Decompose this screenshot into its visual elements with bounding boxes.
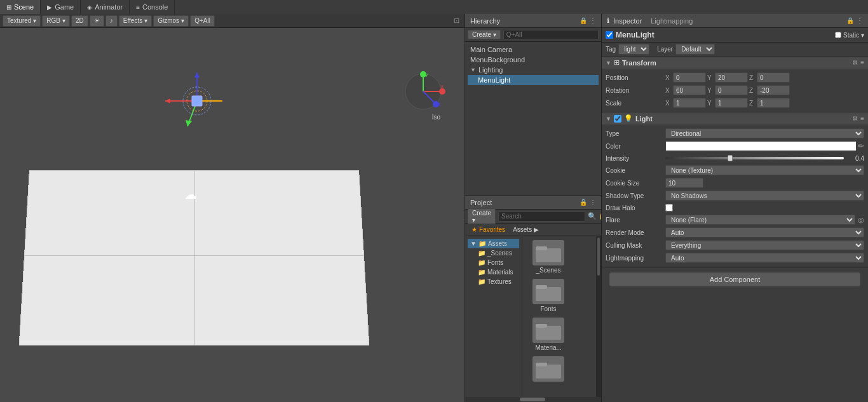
folder-materials[interactable]: Materia... bbox=[526, 318, 571, 351]
hierarchy-lock-btn[interactable]: 🔒 bbox=[580, 17, 587, 24]
color-mode-dropdown[interactable]: RGB ▾ bbox=[42, 15, 70, 27]
culling-mask-dropdown[interactable]: Everything bbox=[665, 240, 864, 250]
render-mode-dropdown[interactable]: Textured ▾ bbox=[3, 15, 41, 27]
light-cookie-row: Cookie None (Texture) bbox=[606, 164, 864, 177]
hier-item-menu-light[interactable]: MenuLight bbox=[468, 75, 599, 85]
inspector-lock-btn[interactable]: 🔒 bbox=[846, 17, 854, 24]
object-active-checkbox[interactable] bbox=[606, 31, 613, 39]
folder-scenes[interactable]: _Scenes bbox=[526, 240, 571, 274]
light-enabled-checkbox[interactable] bbox=[614, 115, 621, 123]
transform-collapse-arrow: ▼ bbox=[606, 60, 611, 66]
render-mode-dropdown[interactable]: Auto bbox=[665, 227, 864, 238]
hierarchy-header-left: Hierarchy bbox=[470, 17, 500, 25]
shadow-type-dropdown[interactable]: No Shadows bbox=[665, 191, 864, 201]
static-dropdown-arrow[interactable]: ▾ bbox=[861, 32, 864, 39]
light-intensity-slider[interactable]: 0.4 bbox=[665, 155, 864, 162]
lightmapping-tab[interactable]: Lightmapping bbox=[651, 17, 693, 25]
project-tree-fonts[interactable]: 📁 Fonts bbox=[468, 258, 519, 267]
scale-y-input[interactable] bbox=[715, 98, 748, 108]
scene-content[interactable]: ☁ bbox=[0, 28, 465, 402]
lightmapping-dropdown[interactable]: Auto bbox=[665, 253, 864, 263]
project-menu-btn[interactable]: ⋮ bbox=[590, 199, 596, 206]
pos-x-input[interactable] bbox=[673, 72, 706, 83]
lighting-expand-arrow: ▼ bbox=[470, 67, 476, 73]
tab-animator[interactable]: ◈ Animator bbox=[81, 0, 130, 14]
rot-y-label: Y bbox=[707, 87, 714, 94]
light-toggle-btn[interactable]: ☀ bbox=[90, 15, 104, 27]
light-cookie-label: Cookie bbox=[606, 167, 663, 174]
project-scrollbar[interactable] bbox=[596, 236, 601, 397]
hierarchy-create-btn[interactable]: Create ▾ bbox=[468, 30, 501, 39]
gizmos-dropdown[interactable]: Gizmos ▾ bbox=[153, 15, 189, 27]
project-tab-assets[interactable]: Assets ▶ bbox=[509, 225, 543, 234]
light-context-btn[interactable]: ≡ bbox=[860, 115, 864, 122]
flare-dropdown[interactable]: None (Flare) bbox=[665, 215, 855, 225]
project-tree-scenes[interactable]: 📁 _Scenes bbox=[468, 248, 519, 258]
hier-item-lighting[interactable]: ▼ Lighting bbox=[468, 65, 599, 75]
folder-fonts[interactable]: Fonts bbox=[526, 279, 571, 312]
rot-z-input[interactable] bbox=[757, 85, 790, 95]
transform-body: Position X Y Z Rotation bbox=[602, 69, 868, 112]
audio-toggle-btn[interactable]: ♪ bbox=[105, 15, 118, 27]
folder-scenes-label: _Scenes bbox=[536, 267, 561, 274]
project-create-btn[interactable]: Create ▾ bbox=[468, 208, 496, 225]
hierarchy-menu-btn[interactable]: ⋮ bbox=[590, 17, 596, 24]
svg-rect-24 bbox=[536, 326, 561, 340]
light-color-swatch[interactable] bbox=[665, 141, 857, 151]
scale-z-input[interactable] bbox=[757, 98, 790, 108]
project-tree-materials[interactable]: 📁 Materials bbox=[468, 267, 519, 277]
add-component-btn[interactable]: Add Component bbox=[609, 272, 860, 286]
scenes-folder-icon: 📁 bbox=[478, 250, 485, 257]
scale-x-label: X bbox=[665, 100, 672, 107]
render-mode-value: Auto bbox=[665, 227, 864, 238]
tab-scene[interactable]: ⊞ Scene bbox=[0, 0, 41, 14]
pos-z-input[interactable] bbox=[757, 72, 790, 83]
view-2d-btn[interactable]: 2D bbox=[71, 15, 88, 27]
tab-console[interactable]: ≡ Console bbox=[130, 0, 175, 14]
hier-item-menu-background[interactable]: MenuBackground bbox=[468, 55, 599, 65]
effects-dropdown[interactable]: Effects ▾ bbox=[119, 15, 152, 27]
color-picker-icon[interactable]: ✏ bbox=[858, 142, 864, 151]
hierarchy-search-input[interactable] bbox=[503, 30, 599, 40]
project-scrollbar-thumb bbox=[597, 238, 600, 276]
light-cookie-dropdown[interactable]: None (Texture) bbox=[665, 165, 864, 175]
svg-rect-21 bbox=[536, 246, 547, 250]
project-h-scrollbar[interactable] bbox=[465, 397, 601, 402]
transform-context-btn[interactable]: ≡ bbox=[860, 59, 864, 66]
hierarchy-title: Hierarchy bbox=[470, 17, 500, 25]
viewport-maximize-btn[interactable]: ⊡ bbox=[454, 17, 462, 25]
rot-y-input[interactable] bbox=[715, 85, 748, 95]
tab-game[interactable]: ▶ Game bbox=[41, 0, 81, 14]
static-checkbox[interactable] bbox=[835, 32, 841, 38]
tag-dropdown[interactable]: light bbox=[618, 44, 649, 55]
flare-value: None (Flare) ◎ bbox=[665, 215, 864, 225]
transform-header[interactable]: ▼ ⊞ Transform ⚙ ≡ bbox=[602, 57, 868, 69]
culling-mask-value: Everything bbox=[665, 240, 864, 250]
light-settings-btn[interactable]: ⚙ bbox=[852, 115, 858, 122]
pos-y-input[interactable] bbox=[715, 72, 748, 83]
rot-x-input[interactable] bbox=[673, 85, 706, 95]
light-header[interactable]: ▼ 💡 Light ⚙ ≡ bbox=[602, 112, 868, 124]
layer-dropdown[interactable]: Default bbox=[675, 44, 715, 55]
flare-row: Flare None (Flare) ◎ bbox=[606, 213, 864, 226]
project-lock-btn[interactable]: 🔒 bbox=[580, 199, 587, 206]
project-tree-assets[interactable]: ▼ 📁 Assets bbox=[468, 239, 519, 248]
svg-marker-5 bbox=[194, 72, 200, 77]
project-search-icon[interactable]: 🔍 bbox=[588, 212, 597, 220]
pos-y-label: Y bbox=[707, 74, 714, 81]
light-type-dropdown[interactable]: Directional bbox=[665, 128, 864, 138]
draw-halo-checkbox[interactable] bbox=[665, 204, 673, 211]
inspector-menu-btn[interactable]: ⋮ bbox=[857, 17, 863, 24]
orientation-gizmo: X Y Z bbox=[401, 69, 445, 114]
cookie-size-input[interactable] bbox=[665, 178, 703, 188]
scale-x-input[interactable] bbox=[673, 98, 706, 108]
project-tree-textures[interactable]: 📁 Textures bbox=[468, 277, 519, 286]
hier-item-main-camera[interactable]: Main Camera bbox=[468, 44, 599, 55]
project-tab-favorites[interactable]: ★ Favorites bbox=[468, 225, 509, 234]
folder-textures[interactable] bbox=[526, 356, 571, 383]
flare-select-btn[interactable]: ◎ bbox=[858, 216, 864, 224]
static-group: Static ▾ bbox=[835, 32, 864, 39]
all-dropdown[interactable]: Q+All bbox=[190, 15, 215, 27]
project-search-input[interactable] bbox=[498, 211, 585, 222]
transform-settings-btn[interactable]: ⚙ bbox=[852, 59, 858, 66]
